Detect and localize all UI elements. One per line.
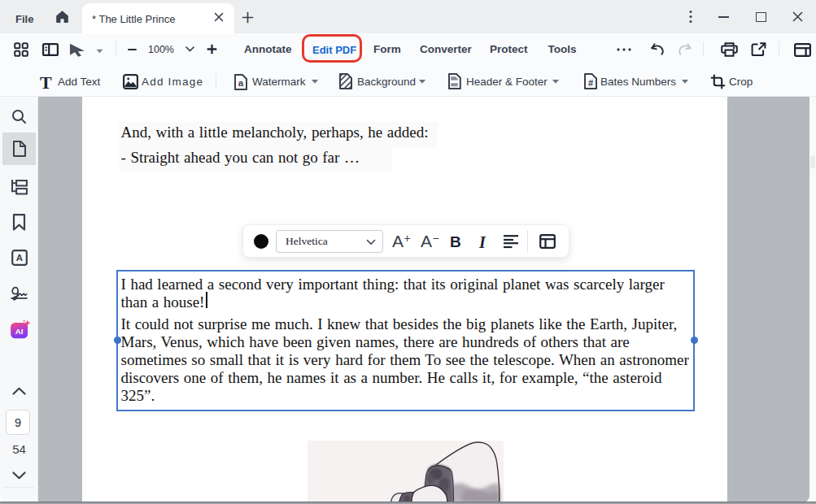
svg-text:A: A (16, 253, 23, 263)
svg-text:AI: AI (15, 327, 24, 336)
svg-text:a: a (238, 78, 244, 88)
svg-text:#: # (588, 78, 593, 88)
